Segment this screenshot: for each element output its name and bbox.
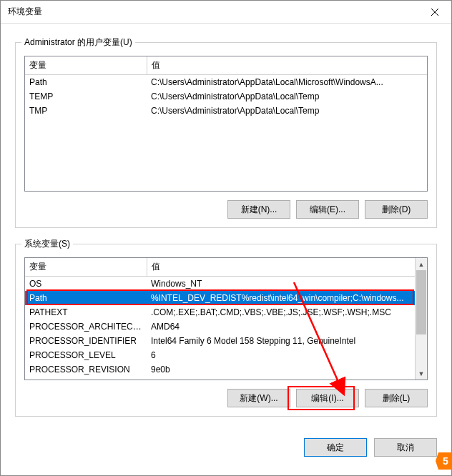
svg-text:5: 5: [443, 455, 448, 467]
cell-var: TMP: [25, 104, 147, 118]
dialog-title: 环境变量: [8, 6, 42, 18]
cell-var: PROCESSOR_IDENTIFIER: [25, 334, 147, 348]
user-edit-button[interactable]: 编辑(E)...: [296, 200, 359, 219]
close-button[interactable]: [418, 1, 451, 24]
env-vars-dialog: 环境变量 Administrator 的用户变量(U) 变量 值: [0, 0, 452, 476]
cell-val: C:\Users\Administrator\AppData\Local\Tem…: [147, 89, 427, 104]
scroll-down-icon[interactable]: ▼: [416, 367, 427, 380]
scroll-up-icon[interactable]: ▲: [416, 258, 427, 270]
cell-var: PATHEXT: [25, 305, 147, 319]
user-vars-table-wrap: 变量 值 Path C:\Users\Administrator\AppData…: [24, 56, 428, 192]
cell-val: Intel64 Family 6 Model 158 Stepping 11, …: [147, 334, 415, 348]
user-delete-button[interactable]: 删除(D): [365, 200, 428, 219]
sys-scrollbar[interactable]: ▲ ▼: [415, 258, 427, 380]
user-new-button[interactable]: 新建(N)...: [227, 200, 290, 219]
table-row[interactable]: PROCESSOR_IDENTIFIER Intel64 Family 6 Mo…: [25, 334, 415, 348]
user-col-val-header[interactable]: 值: [147, 56, 427, 75]
table-row[interactable]: Path C:\Users\Administrator\AppData\Loca…: [25, 75, 427, 90]
cell-val: C:\Users\Administrator\AppData\Local\Tem…: [147, 104, 427, 118]
sys-btn-row: 新建(W)... 编辑(I)... 删除(L): [24, 389, 428, 407]
table-row[interactable]: TMP C:\Users\Administrator\AppData\Local…: [25, 104, 427, 118]
titlebar: 环境变量: [1, 1, 451, 24]
user-vars-group: Administrator 的用户变量(U) 变量 值 Path C:\User…: [15, 42, 437, 228]
user-vars-label: Administrator 的用户变量(U): [21, 36, 135, 49]
cell-val: C:\Users\Administrator\AppData\Local\Mic…: [147, 75, 427, 90]
ok-button[interactable]: 确定: [304, 438, 367, 457]
cell-var: Path: [25, 291, 147, 305]
user-vars-table[interactable]: 变量 值 Path C:\Users\Administrator\AppData…: [25, 56, 427, 118]
cell-val: %INTEL_DEV_REDIST%redist\intel64_win\com…: [147, 291, 415, 305]
cancel-button[interactable]: 取消: [374, 438, 437, 457]
cell-val: .COM;.EXE;.BAT;.CMD;.VBS;.VBE;.JS;.JSE;.…: [147, 305, 415, 319]
scroll-thumb[interactable]: [416, 270, 426, 334]
dialog-content: Administrator 的用户变量(U) 变量 值 Path C:\User…: [1, 24, 451, 428]
table-row[interactable]: PROCESSOR_LEVEL 6: [25, 348, 415, 362]
user-col-var-header[interactable]: 变量: [25, 56, 147, 75]
cell-var: PROCESSOR_ARCHITECT...: [25, 319, 147, 334]
user-btn-row: 新建(N)... 编辑(E)... 删除(D): [24, 200, 428, 219]
sys-col-var-header[interactable]: 变量: [25, 258, 147, 277]
cell-val: 9e0b: [147, 362, 415, 377]
table-row[interactable]: PATHEXT .COM;.EXE;.BAT;.CMD;.VBS;.VBE;.J…: [25, 305, 415, 319]
cell-var: Path: [25, 75, 147, 90]
cell-val: Windows_NT: [147, 277, 415, 292]
close-icon: [431, 9, 438, 16]
dialog-button-row: 确定 取消: [1, 428, 451, 468]
table-row-selected[interactable]: Path %INTEL_DEV_REDIST%redist\intel64_wi…: [25, 291, 415, 305]
cell-var: TEMP: [25, 89, 147, 104]
cell-var: PROCESSOR_REVISION: [25, 362, 147, 377]
cell-var: OS: [25, 277, 147, 292]
table-row[interactable]: OS Windows_NT: [25, 277, 415, 292]
sys-delete-button[interactable]: 删除(L): [365, 389, 428, 407]
table-row[interactable]: PROCESSOR_REVISION 9e0b: [25, 362, 415, 377]
watermark-icon: 5: [436, 451, 452, 471]
table-row[interactable]: PROCESSOR_ARCHITECT... AMD64: [25, 319, 415, 334]
sys-col-val-header[interactable]: 值: [147, 258, 415, 277]
sys-vars-group: 系统变量(S) 变量 值 OS Windows_NT: [15, 244, 437, 417]
sys-vars-label: 系统变量(S): [21, 238, 73, 250]
sys-vars-table-wrap: 变量 值 OS Windows_NT Path %INTEL_DEV_REDIS…: [24, 257, 428, 380]
table-row[interactable]: TEMP C:\Users\Administrator\AppData\Loca…: [25, 89, 427, 104]
sys-edit-button[interactable]: 编辑(I)...: [296, 389, 359, 407]
cell-var: PROCESSOR_LEVEL: [25, 348, 147, 362]
cell-val: AMD64: [147, 319, 415, 334]
cell-val: 6: [147, 348, 415, 362]
sys-new-button[interactable]: 新建(W)...: [227, 389, 290, 407]
sys-vars-table[interactable]: 变量 值 OS Windows_NT Path %INTEL_DEV_REDIS…: [25, 258, 415, 377]
